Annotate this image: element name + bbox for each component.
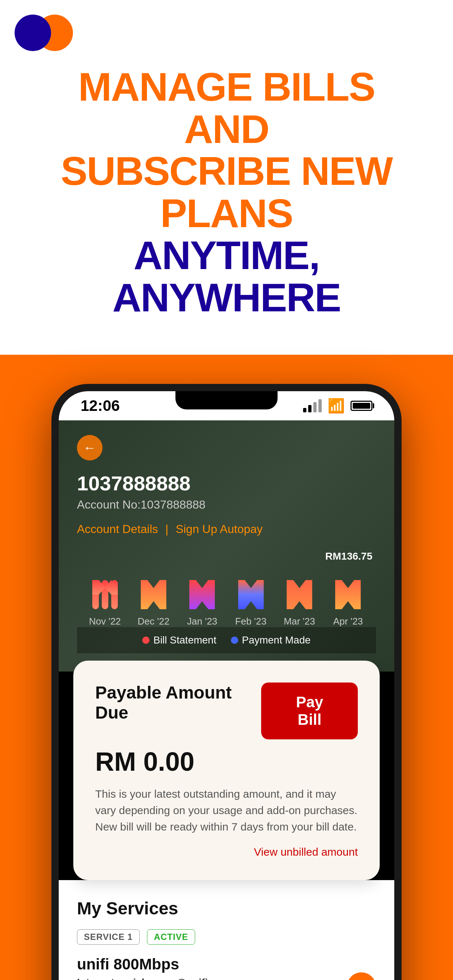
- chart-label-nov22: Nov '22: [89, 616, 121, 627]
- svg-marker-7: [189, 580, 215, 609]
- signal-icon: [303, 399, 322, 412]
- account-number: 1037888888: [77, 471, 376, 495]
- logo: [14, 14, 73, 51]
- signup-autopay-link[interactable]: Sign Up Autopay: [176, 522, 263, 536]
- wifi-icon: 📶: [327, 398, 345, 414]
- back-button[interactable]: ←: [77, 435, 102, 460]
- svg-marker-8: [238, 580, 264, 609]
- service-info: unifi 800Mbps Internet: ooieheeeee@unifi…: [77, 956, 347, 980]
- legend-dot-bill: [142, 636, 150, 644]
- chart-container: RM136.75: [77, 554, 376, 627]
- hero-line3: ANYTIME, ANYWHERE: [44, 234, 409, 318]
- internet-label: Internet:: [77, 977, 118, 980]
- legend-bill-statement: Bill Statement: [142, 635, 216, 646]
- status-time: 12:06: [81, 397, 120, 415]
- chart-label-mar23: Mar '23: [284, 616, 315, 627]
- app-header: ← 1037888888 Account No:1037888888 Accou…: [59, 420, 394, 671]
- chart-bar-apr23: Apr '23: [324, 576, 372, 627]
- internet-value: ooieheeeee@unifi: [121, 977, 208, 980]
- chart-bar-jan23: Jan '23: [178, 576, 226, 627]
- chart-label-apr23: Apr '23: [333, 616, 363, 627]
- chart-area: Nov '22: [77, 554, 376, 627]
- account-details-link[interactable]: Account Details: [77, 522, 158, 536]
- chart-icon-apr23: [333, 576, 362, 613]
- chart-label-dec22: Dec '22: [137, 616, 169, 627]
- chart-bar-dec22: Dec '22: [129, 576, 178, 627]
- legend-label-bill: Bill Statement: [153, 635, 216, 646]
- pay-bill-button[interactable]: Pay Bill: [261, 682, 358, 740]
- legend-label-payment: Payment Made: [242, 635, 310, 646]
- svg-marker-10: [335, 580, 361, 609]
- phone-screen: 12:06 📶: [59, 391, 394, 980]
- service-item: unifi 800Mbps Internet: ooieheeeee@unifi…: [77, 956, 376, 980]
- svg-marker-9: [287, 580, 312, 609]
- svg-rect-1: [102, 580, 108, 609]
- badge-active: ACTIVE: [147, 929, 195, 945]
- phone-notch: [175, 391, 278, 409]
- account-links: Account Details | Sign Up Autopay: [77, 522, 376, 536]
- bill-description: This is your latest outstanding amount, …: [95, 786, 358, 835]
- phone-mockup: 12:06 📶: [0, 355, 453, 980]
- chart-icon-nov22: [91, 576, 120, 613]
- service-arrow-button[interactable]: ›: [347, 972, 376, 980]
- chart-label-jan23: Jan '23: [187, 616, 217, 627]
- chart-icon-feb23: [236, 576, 266, 613]
- account-no-subtitle: Account No:1037888888: [77, 498, 376, 512]
- hero-line2: SUBSCRIBE NEW PLANS: [44, 150, 409, 234]
- link-divider: |: [165, 522, 168, 536]
- view-unbilled-link[interactable]: View unbilled amount: [95, 846, 358, 858]
- account-no-value: 1037888888: [140, 498, 205, 511]
- hero-section: MANAGE BILLS AND SUBSCRIBE NEW PLANS ANY…: [29, 65, 424, 318]
- chart-bar-feb23: Feb '23: [226, 576, 275, 627]
- back-arrow-icon: ←: [83, 440, 96, 455]
- legend-payment-made: Payment Made: [231, 635, 310, 646]
- chart-bar-mar23: Mar '23: [275, 576, 324, 627]
- bill-card: Payable Amount Due Pay Bill RM 0.00 This…: [73, 660, 380, 880]
- status-icons: 📶: [303, 398, 372, 414]
- logo-circle-blue: [14, 14, 51, 51]
- account-no-label: Account No:: [77, 498, 140, 511]
- chart-icon-jan23: [187, 576, 217, 613]
- battery-icon: [351, 401, 372, 411]
- service-name: unifi 800Mbps: [77, 956, 347, 973]
- service-arrow-icon: ›: [359, 979, 364, 980]
- chart-bar-nov22: Nov '22: [81, 576, 129, 627]
- chart-icon-dec22: [139, 576, 168, 613]
- services-section: My Services SERVICE 1 ACTIVE unifi 800Mb…: [59, 880, 394, 980]
- legend-dot-payment: [231, 636, 238, 644]
- service-internet: Internet: ooieheeeee@unifi: [77, 977, 347, 980]
- amount-due: RM 0.00: [95, 747, 358, 776]
- svg-marker-6: [141, 580, 166, 609]
- service-badges: SERVICE 1 ACTIVE: [77, 929, 376, 945]
- bill-card-top: Payable Amount Due Pay Bill: [95, 682, 358, 740]
- badge-service-1: SERVICE 1: [77, 929, 140, 945]
- phone-frame: 12:06 📶: [51, 384, 402, 980]
- chart-label-feb23: Feb '23: [235, 616, 266, 627]
- chart-icon-mar23: [285, 576, 314, 613]
- chart-legend: Bill Statement Payment Made: [77, 627, 376, 653]
- hero-line1: MANAGE BILLS AND: [44, 65, 409, 150]
- services-title: My Services: [77, 898, 376, 918]
- payable-amount-title: Payable Amount Due: [95, 682, 261, 722]
